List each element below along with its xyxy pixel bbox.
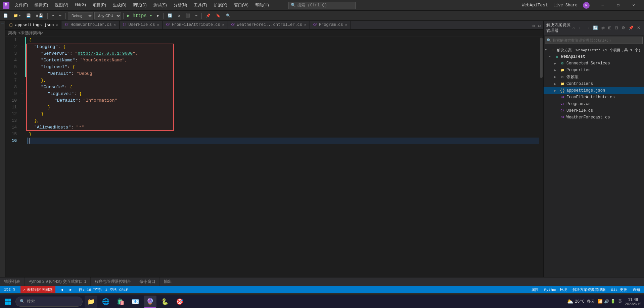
bookmark-btn[interactable]: 🔖 [214, 13, 223, 18]
left-sidebar-icon[interactable]: | [1, 22, 4, 24]
menu-view[interactable]: 视图(V) [52, 1, 71, 9]
panel-home-btn[interactable]: ⌂ [571, 25, 576, 31]
panel-sync-btn[interactable]: ⇄ [600, 25, 606, 31]
more-tools[interactable]: ⚙️ [176, 13, 182, 18]
run-btn[interactable]: ▶ https ▾ [126, 12, 154, 19]
se-fromfileattr[interactable]: ▶ C# FromFileAttribute.cs [544, 94, 644, 101]
se-search-bar[interactable]: 🔍 搜索解决方案资源管理器(Ctrl+;) [545, 37, 643, 44]
bottom-tab-output[interactable]: 输出 [160, 277, 176, 286]
menu-window[interactable]: 窗口(W) [231, 1, 251, 9]
tab-homecontroller[interactable]: C# HomeController.cs ✕ [61, 21, 119, 29]
bottom-tab-errors[interactable]: 错误列表 [0, 277, 25, 286]
props-expand-icon[interactable]: ▶ [554, 68, 558, 72]
zoom-level[interactable]: 152 % [3, 288, 16, 292]
proj-expand-icon[interactable]: ▼ [549, 55, 553, 58]
status-git-changes[interactable]: Git 更改 [610, 287, 629, 292]
taskbar-clock[interactable]: 11:49 2023/9/15 [625, 297, 641, 306]
scroll-left-btn[interactable]: ◀ [59, 288, 64, 292]
panel-settings-btn[interactable]: ⚙ [620, 25, 626, 31]
panel-back-btn[interactable]: ← [577, 25, 583, 31]
tab-close-wf[interactable]: ✕ [304, 23, 306, 27]
attach-btn[interactable]: 📌 [204, 13, 213, 18]
fold-9[interactable]: − [21, 92, 23, 96]
new-file-btn[interactable]: 📄 [1, 13, 10, 18]
se-connected-services[interactable]: ▶ ⊞ Connected Services [544, 60, 644, 67]
system-tray[interactable]: 📶 🔊 🔋 [598, 299, 615, 304]
menu-file[interactable]: 文件(F) [12, 1, 31, 9]
minimize-btn[interactable]: — [595, 0, 610, 11]
start-btn[interactable] [3, 296, 13, 307]
menu-analyze[interactable]: 分析(N) [171, 1, 190, 9]
taskbar-file-explorer[interactable]: 📁 [85, 296, 97, 308]
sol-expand-icon[interactable]: ▼ [545, 48, 549, 52]
redo-btn[interactable]: ↪ [57, 13, 63, 18]
taskbar-vs[interactable]: 🔮 [144, 296, 156, 308]
debug-config-dropdown[interactable]: Debug Release [68, 12, 93, 19]
global-search-bar[interactable]: 🔍 搜索 (Ctrl+Q) [288, 2, 356, 9]
taskbar-mail[interactable]: 📧 [129, 296, 142, 308]
deps-expand-icon[interactable]: ▶ [554, 75, 558, 79]
status-python-env[interactable]: Python 环境 [543, 287, 568, 292]
tab-weatherforecast[interactable]: C# WeatherForec...ontroller.cs ✕ [228, 21, 310, 29]
bottom-tab-python-interactive[interactable]: Python 3.9 (64-bit) 交互式窗口 1 [25, 277, 91, 286]
taskbar-python[interactable]: 🐍 [158, 296, 171, 308]
menu-tools[interactable]: 工具(T) [191, 1, 210, 9]
scrollbar-thumb[interactable] [540, 38, 543, 78]
close-btn[interactable]: ✕ [626, 0, 641, 11]
maximize-btn[interactable]: ❐ [610, 0, 626, 11]
run-with-debug[interactable]: ▶ [155, 13, 162, 18]
taskbar-search[interactable]: 🔍 搜索 [15, 297, 83, 307]
tab-menu-btn[interactable]: ⚙ [531, 23, 536, 29]
se-controllers[interactable]: ▶ 📁 Controllers [544, 81, 644, 87]
tab-close-uf[interactable]: ✕ [157, 23, 159, 27]
menu-project[interactable]: 项目(P) [90, 1, 109, 9]
solution-root[interactable]: ▼ ⊞ 解决方案 'WebApiTest' (1 个项目，共 1 个) [544, 47, 644, 53]
se-userfile[interactable]: ▶ C# UserFile.cs [544, 107, 644, 114]
code-text-col[interactable]: { "Logging": { "ServerUrl": "http://127.… [26, 37, 539, 277]
appset-expand-icon[interactable]: ▶ [554, 89, 558, 93]
taskbar-rider[interactable]: 🎯 [173, 296, 186, 308]
tab-appsettings[interactable]: {} appsettings.json ✕ [5, 21, 61, 29]
menu-extend[interactable]: 扩展(X) [211, 1, 230, 9]
platform-dropdown[interactable]: Any CPU [94, 12, 121, 19]
ctrl-expand-icon[interactable]: ▶ [554, 82, 558, 86]
panel-forward-btn[interactable]: → [585, 25, 591, 31]
fold-5[interactable]: − [21, 65, 23, 69]
tab-program[interactable]: C# Program.cs ✕ [310, 21, 351, 29]
tab-close-hc[interactable]: ✕ [114, 23, 116, 27]
taskbar-edge[interactable]: 🌐 [99, 296, 112, 308]
fold-2[interactable]: − [21, 45, 23, 49]
menu-test[interactable]: 测试(S) [151, 1, 170, 9]
language-indicator[interactable]: 英 [618, 299, 622, 304]
se-weatherforecast[interactable]: ▶ C# WeatherForecast.cs [544, 114, 644, 121]
panel-collapse-btn[interactable]: ⊟ [614, 25, 619, 31]
tab-close-btn[interactable]: ✕ [56, 23, 58, 27]
menu-help[interactable]: 帮助(H) [252, 1, 272, 9]
vertical-scrollbar[interactable] [539, 37, 543, 277]
project-node[interactable]: ▼ ⊞ WebApiTest [544, 53, 644, 60]
error-indicator[interactable]: ✓ 未找到相关问题 [20, 286, 55, 293]
bottom-tab-command[interactable]: 命令窗口 [135, 277, 160, 286]
bottom-tab-package-mgr[interactable]: 程序包管理器控制台 [91, 277, 135, 286]
step-over-btn[interactable]: ↷ [193, 13, 200, 18]
tab-fromfileattr[interactable]: C# FromFileAttribute.cs ✕ [163, 21, 228, 29]
taskbar-store[interactable]: 🛍️ [114, 296, 127, 308]
save-btn[interactable]: 💾 [24, 13, 33, 18]
search-btn[interactable]: 🔍 [224, 13, 233, 18]
tab-layout-btn[interactable]: ⊟ [537, 23, 542, 29]
refresh-btn[interactable]: 🔄 [166, 13, 174, 18]
undo-btn[interactable]: ↩ [50, 13, 56, 18]
status-properties[interactable]: 属性 [530, 287, 540, 292]
status-solution-explorer[interactable]: 解决方案资源管理器 [571, 287, 607, 292]
menu-debug[interactable]: 调试(D) [130, 1, 149, 9]
fold-1[interactable]: − [21, 39, 23, 42]
tab-close-prog[interactable]: ✕ [345, 23, 347, 27]
panel-refresh-btn[interactable]: 🔄 [592, 25, 599, 31]
panel-close-btn[interactable]: ✕ [636, 25, 641, 31]
scroll-right-btn[interactable]: ▶ [68, 288, 73, 292]
cursor-info[interactable]: 行: 16 字符: 1 空格 CRLF [77, 287, 129, 292]
taskbar-weather-widget[interactable]: ⛅ 26°C 多云 [567, 298, 595, 305]
r-account-icon[interactable]: R [583, 2, 590, 9]
se-program[interactable]: ▶ C# Program.cs [544, 101, 644, 107]
se-properties[interactable]: ▶ 📁 Properties [544, 67, 644, 73]
